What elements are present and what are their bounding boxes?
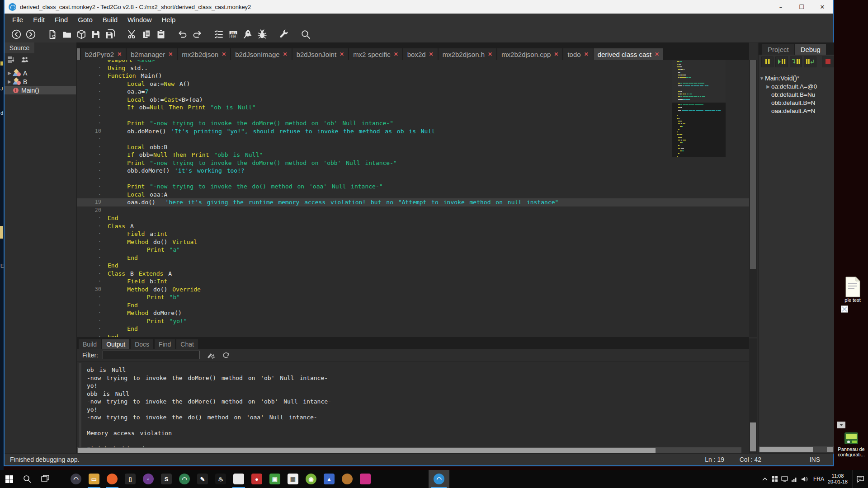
code-line[interactable]: ·End [77,214,749,222]
code-line[interactable]: · If ob=Null Then Print "ob is Null" [77,103,749,112]
tray-grid-icon[interactable] [770,476,780,482]
new-file-icon[interactable] [47,28,58,40]
code-line[interactable]: · Print "-now trying to invoke the do() … [77,183,749,191]
editor-tab-todo[interactable]: todo✕ [563,48,592,60]
desktop-icon-text-file[interactable]: ple test [839,277,866,303]
expand-arrow-icon[interactable]: ▶ [6,79,13,84]
editor-tab-mx2--specific[interactable]: mx2 specific✕ [349,48,402,60]
taskbar-app-firefox[interactable] [103,470,121,488]
bug-icon[interactable] [256,28,268,40]
forward-icon[interactable] [25,28,37,40]
save-icon[interactable] [90,28,102,40]
code-line[interactable]: · Method doMore() [77,309,749,317]
code-editor[interactable]: ·#Import <std>·Using std..·Function Main… [77,60,749,337]
code-line[interactable]: 20 [77,206,749,215]
step-into-button[interactable] [790,56,802,67]
code-line[interactable]: 10 ob.doMore() 'It's printing "yo!", sho… [77,127,749,136]
collapse-arrow-icon[interactable]: ▼ [759,76,765,81]
code-line[interactable]: ·End [77,262,749,270]
code-line[interactable]: · Print "-now trying to invoke the doMor… [77,159,749,167]
right-panel-horizontal-scrollbar[interactable] [759,446,834,452]
code-line[interactable]: · [77,175,749,183]
taskbar-app-file-explorer[interactable]: ▭ [85,470,103,488]
debug-variable-row[interactable]: ▶oa:default.A=@0 [759,82,834,90]
code-line[interactable]: ·End [77,333,749,338]
code-line[interactable]: · Local ob:=Cast<B>(oa) [77,96,749,104]
task-view-icon[interactable] [36,470,54,488]
taskbar-search-icon[interactable] [18,470,36,488]
cut-icon[interactable] [126,28,138,40]
code-line[interactable]: · Print "a" [77,246,749,254]
taskbar-app-calculator-app[interactable]: ▦ [284,470,302,488]
code-line[interactable]: · If obb=Null Then Print "obb is Null" [77,151,749,159]
taskbar-app-bottle-app[interactable] [230,470,248,488]
editor-tab-box2d[interactable]: box2d✕ [403,48,438,60]
search-icon[interactable] [300,28,311,40]
redo-icon[interactable] [191,28,203,40]
maximize-button[interactable]: ☐ [791,0,812,14]
tab-close-icon[interactable]: ✕ [554,51,558,57]
tab-scroll-edge[interactable] [77,48,80,60]
source-tree-item-b[interactable]: ▶B [5,77,76,86]
rocket-icon[interactable] [242,28,254,40]
desktop-icon-control-panel[interactable]: Panneau de configurati... [835,430,868,457]
code-line[interactable]: · Print "b" [77,293,749,301]
taskbar-app-ted2go-active[interactable]: ◠ [429,470,449,488]
code-line[interactable]: · Print "yo!" [77,317,749,325]
taskbar-app-pink-app[interactable] [356,470,374,488]
bottom-tab-find[interactable]: Find [155,339,175,349]
tab-close-icon[interactable]: ✕ [222,51,226,57]
code-line[interactable]: · obb.doMore() 'it's working too!? [77,167,749,175]
bottom-tab-docs[interactable]: Docs [131,339,153,349]
code-line[interactable]: · Local oaa:A [77,191,749,199]
tab-close-icon[interactable]: ✕ [117,51,122,57]
taskbar-app-dark-tool-app[interactable]: ♨ [212,470,230,488]
taskbar-app-media-player[interactable]: ◦ [139,470,157,488]
editor-tab-mx2b2djson-cpp[interactable]: mx2b2djson.cpp✕ [497,48,562,60]
code-line[interactable]: ·Class B Extends A [77,270,749,278]
source-tree-item-main[interactable]: Main() [5,86,76,94]
code-line[interactable]: · Local obb:B [77,143,749,151]
step-out-button[interactable] [804,56,816,67]
scroll-down-box[interactable] [837,422,845,428]
menu-build[interactable]: Build [98,14,123,25]
expand-arrow-icon[interactable]: ▶ [765,84,771,89]
taskbar-app-pen-app[interactable]: ✎ [193,470,212,488]
taskbar-app-android-app[interactable]: ◉ [302,470,320,488]
tray-volume-icon[interactable] [800,476,810,482]
taskbar-app-phone-app[interactable]: ▯ [121,470,139,488]
taskbar-app-red-app[interactable]: ● [248,470,266,488]
tray-monitor-icon[interactable] [780,476,790,482]
code-line-current[interactable]: 19 oaa.do() 'here it's giving the runtim… [77,198,749,206]
code-line[interactable]: ·Using std.. [77,64,749,72]
code-line[interactable]: · End [77,325,749,333]
close-button[interactable]: ✕ [812,0,833,14]
editor-vertical-scrollbar[interactable] [749,60,757,337]
copy-icon[interactable] [141,28,152,40]
code-line[interactable]: · End [77,301,749,310]
debug-tree-root[interactable]: ▼Main:Void()* [759,74,834,82]
tab-close-icon[interactable]: ✕ [283,51,288,57]
tab-close-icon[interactable]: ✕ [429,51,434,57]
minimize-button[interactable]: – [770,0,791,14]
output-horizontal-scrollbar[interactable] [77,447,741,453]
code-line[interactable]: · oa.a=7 [77,88,749,96]
tab-close-icon[interactable]: ✕ [488,51,492,57]
title-bar[interactable]: derived_class_cast.monkey2 - Ted2Go v2.8… [5,0,833,14]
debug-variable-row[interactable]: ob:default.B=Nu [759,90,834,99]
undo-icon[interactable] [177,28,189,40]
filter-input[interactable] [103,351,200,359]
taskbar-app-orange-ball-app[interactable] [338,470,356,488]
tray-language[interactable]: FRA [813,476,824,482]
taskbar-app-green-image-app[interactable]: ▣ [266,470,284,488]
paste-icon[interactable] [155,28,167,40]
tab-close-icon[interactable]: ✕ [394,51,398,57]
desktop-icon-broken-thumb[interactable] [841,305,848,313]
pause-button[interactable] [761,56,774,67]
menu-window[interactable]: Window [123,14,156,25]
code-line[interactable]: · Field a:Int [77,230,749,238]
code-line[interactable]: · End [77,254,749,262]
stop-button[interactable] [822,56,834,67]
back-icon[interactable] [10,28,22,40]
step-over-button[interactable] [775,56,788,67]
